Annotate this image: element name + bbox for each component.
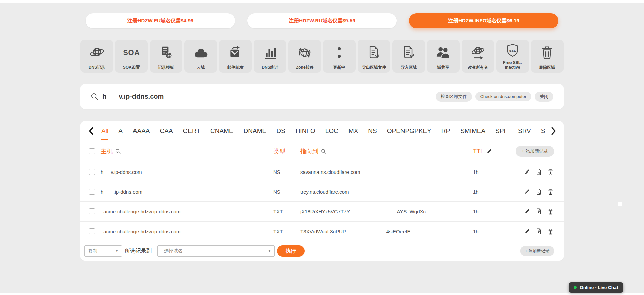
tab-all[interactable]: All [101, 127, 108, 135]
toolbar-delete-zone[interactable]: 删除区域 [531, 40, 564, 73]
globe-icon [80, 40, 113, 65]
toolbar-mail-forwarding[interactable]: 邮件转发 [219, 40, 252, 73]
tab-srv[interactable]: SRV [518, 127, 531, 135]
live-chat-button[interactable]: Online - Live Chat [569, 282, 623, 293]
record-type: NS [273, 169, 280, 175]
toolbar-zone-transfer[interactable]: Zone转移 [288, 40, 321, 73]
register-eu-domain-button[interactable]: 注册HDZW.EU域名仅需$4.99 [86, 13, 235, 28]
tabs-scroll-left-icon[interactable] [89, 127, 94, 135]
row-checkbox[interactable] [89, 228, 95, 234]
tab-caa[interactable]: CAA [160, 127, 173, 135]
redaction-dot [618, 202, 622, 206]
toolbar-import-zone[interactable]: 导入区域 [392, 40, 425, 73]
tab-spf[interactable]: SPF [495, 127, 508, 135]
search-icon [91, 93, 98, 100]
toolbar-domain-sharing[interactable]: 域共享 [427, 40, 460, 73]
toolbar-item-label: SOA设置 [122, 65, 141, 70]
host-search-icon[interactable] [115, 149, 121, 154]
chevron-down-icon: ▼ [115, 249, 118, 253]
register-info-domain-button[interactable]: 注册HDZW.INFO域名仅需$6.19 [409, 13, 558, 28]
record-value: jX18RiXHYz5VG7T7Y AYS_WgdXc [300, 209, 426, 214]
type-column-header: 类型 [273, 147, 285, 155]
zone-domain: h v.ip-ddns.com [91, 93, 432, 100]
edit-record-icon[interactable] [524, 169, 530, 175]
check-on-dns-computer-button[interactable]: Check on dns.computer [475, 92, 531, 101]
redaction-blob [392, 234, 436, 251]
target-domain-select[interactable]: - 选择域名 - ▼ [157, 245, 275, 257]
record-type: TXT [273, 229, 283, 234]
toolbar-free-ssl[interactable]: SSL Free SSL: inactive [496, 40, 529, 73]
add-new-record-button[interactable]: + 添加新记录 [516, 146, 554, 157]
edit-record-icon[interactable] [524, 209, 530, 214]
mail-forward-icon [219, 40, 252, 65]
tab-mx[interactable]: MX [348, 127, 358, 135]
toolbar-updating[interactable]: 更新中 [323, 40, 356, 73]
table-row: _acme-challenge.hdzw.ip-ddns.com TXT T3X… [80, 222, 564, 241]
table-row: h .ip-ddns.com NS trey.ns.cloudflare.com… [80, 182, 564, 202]
toolbar-dns-records[interactable]: DNS记录 [80, 40, 113, 73]
live-chat-label: Online - Live Chat [580, 285, 618, 290]
tab-rp[interactable]: RP [441, 127, 450, 135]
delete-record-icon[interactable] [548, 169, 553, 175]
toolbar-dns-statistics[interactable]: DNS统计 [254, 40, 286, 73]
row-checkbox[interactable] [89, 169, 95, 175]
record-value: savanna.ns.cloudflare.com [300, 169, 360, 175]
tab-smimea[interactable]: SMIMEA [460, 127, 485, 135]
copy-record-icon[interactable] [536, 208, 542, 215]
tab-hinfo[interactable]: HINFO [296, 127, 315, 135]
zone-search-card: h v.ip-ddns.com 检查区域文件 Check on dns.comp… [80, 84, 564, 109]
ttl-column-header: TTL [473, 148, 492, 155]
toolbar-cloud-domains[interactable]: 云域 [184, 40, 217, 73]
bottom-strip [0, 293, 644, 295]
toolbar-soa-settings[interactable]: SOA SOA设置 [115, 40, 148, 73]
toolbar-item-label: 记录模板 [157, 65, 175, 70]
table-header-row: 主机 类型 指向到 TTL + 添加新记录 [80, 141, 564, 162]
add-new-record-button[interactable]: + 添加新记录 [520, 246, 554, 256]
tab-openpgpkey[interactable]: OPENPGPKEY [387, 127, 431, 135]
copy-record-icon[interactable] [536, 169, 542, 175]
tab-ns[interactable]: NS [368, 127, 377, 135]
record-type: NS [273, 189, 280, 195]
record-host: _acme-challenge.hdzw.ip-ddns.com [101, 209, 180, 214]
tab-dname[interactable]: DNAME [244, 127, 267, 135]
register-ru-domain-button[interactable]: 注册HDZW.RU域名仅需$9.59 [247, 13, 397, 28]
zone-toolbar: DNS记录 SOA SOA设置 记录模板 云域 邮件转发 [80, 40, 564, 73]
toolbar-record-templates[interactable]: 记录模板 [150, 40, 182, 73]
redacted-text [103, 174, 111, 174]
redacted-text [103, 193, 113, 194]
host-column-header: 主机 [101, 147, 121, 155]
tab-aaaa[interactable]: AAAA [133, 127, 150, 135]
record-ttl: 1h [473, 209, 479, 214]
toolbar-change-owner[interactable]: 改变所有者 [462, 40, 494, 73]
tab-cert[interactable]: CERT [183, 127, 200, 135]
check-zone-file-button[interactable]: 检查区域文件 [436, 92, 472, 102]
execute-button[interactable]: 执行 [277, 245, 305, 257]
tab-cname[interactable]: CNAME [210, 127, 233, 135]
copy-record-icon[interactable] [536, 189, 542, 195]
delete-record-icon[interactable] [548, 228, 553, 234]
bulk-action-label: 所选记录到 [125, 248, 152, 255]
record-value: trey.ns.cloudflare.com [300, 189, 349, 195]
tab-s-truncated[interactable]: S [541, 127, 545, 135]
edit-record-icon[interactable] [524, 189, 530, 195]
row-checkbox[interactable] [89, 208, 95, 214]
tabs-scroll-right-icon[interactable] [551, 127, 556, 135]
delete-record-icon[interactable] [548, 189, 553, 195]
bulk-action-select[interactable]: 复制 ▼ [84, 245, 122, 257]
toolbar-item-label: 导入区域 [399, 65, 418, 70]
copy-record-icon[interactable] [536, 228, 542, 235]
points-to-search-icon[interactable] [321, 149, 326, 154]
select-all-checkbox[interactable] [89, 148, 95, 154]
row-checkbox[interactable] [89, 189, 95, 195]
tab-ds[interactable]: DS [276, 127, 285, 135]
tab-loc[interactable]: LOC [325, 127, 338, 135]
toolbar-item-label: DNS统计 [260, 65, 279, 70]
redacted-text [350, 213, 397, 213]
toolbar-item-label: 域共享 [436, 65, 450, 70]
close-button[interactable]: 关闭 [535, 92, 553, 102]
delete-record-icon[interactable] [548, 208, 553, 214]
ttl-edit-icon[interactable] [486, 149, 492, 154]
edit-record-icon[interactable] [524, 229, 530, 234]
toolbar-export-zone-file[interactable]: 导出区域文件 [358, 40, 390, 73]
tab-a[interactable]: A [118, 127, 123, 135]
